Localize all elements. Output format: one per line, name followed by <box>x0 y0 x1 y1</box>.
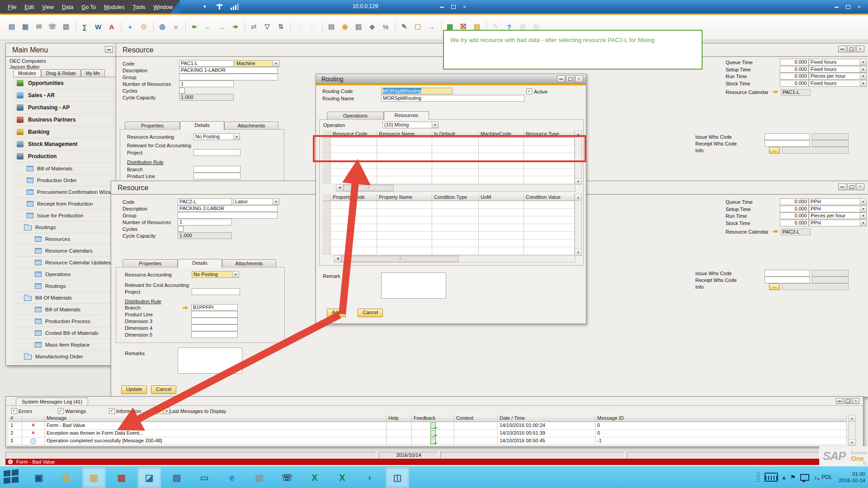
close-icon[interactable]: × <box>856 46 864 52</box>
system-messages-log-tab[interactable]: System Messages Log (41) <box>16 398 88 405</box>
table-row[interactable] <box>322 176 575 184</box>
menu-modules[interactable]: Modules <box>100 0 128 14</box>
sql-server-icon[interactable]: ▨ <box>165 467 189 488</box>
dimension-5-field[interactable] <box>191 331 238 338</box>
internet-explorer-icon[interactable]: e <box>220 467 244 488</box>
rate-value[interactable]: 0.000 <box>780 206 809 212</box>
export-excel-icon[interactable]: ∑ <box>79 21 90 32</box>
show-hidden-icons[interactable]: ▴ <box>783 474 786 481</box>
code-field[interactable]: PAC2-L <box>178 198 232 205</box>
sidebar-item-costed-bill-of-materials[interactable]: Costed Bill of Materials <box>13 327 116 339</box>
column-header-date-time[interactable]: Date / Time <box>498 415 595 422</box>
code-field[interactable]: PAC1-L <box>179 60 234 67</box>
scrollbar-thumb[interactable] <box>341 256 459 262</box>
routing-name-field[interactable]: MORSplitRouting <box>381 95 524 102</box>
restore-icon[interactable] <box>449 3 458 11</box>
gross-profit-icon[interactable]: % <box>380 21 391 32</box>
media-player-icon[interactable]: ◗ <box>358 467 382 488</box>
first-record-icon[interactable]: ↞ <box>189 21 200 32</box>
warnings-checkbox[interactable]: ✓ <box>58 408 64 414</box>
scroll-down-icon[interactable]: ▼ <box>849 439 855 446</box>
phone-icon[interactable]: ☏ <box>275 467 299 488</box>
tab-details[interactable]: Details <box>180 121 224 130</box>
information-checkbox[interactable]: ✓ <box>109 408 115 414</box>
notepad-icon[interactable]: ▤ <box>248 467 271 488</box>
minimize-icon[interactable] <box>838 46 846 52</box>
language-indicator[interactable]: POL <box>821 474 832 480</box>
rate-unit-dropdown[interactable]: Pieces per hour▼ <box>809 73 867 80</box>
chevron-down-icon[interactable]: ▾ <box>203 4 206 9</box>
resource-type-dropdown[interactable]: Machine▼ <box>235 60 279 67</box>
whs-code-field[interactable] <box>764 133 810 140</box>
table-row[interactable] <box>322 247 575 255</box>
link-document-icon[interactable]: □ <box>294 21 305 32</box>
rate-value[interactable]: 0.000 <box>780 80 809 87</box>
whs-code-field[interactable] <box>764 277 810 283</box>
errors-checkbox[interactable]: ✓ <box>11 408 17 414</box>
cycles-checkbox[interactable] <box>178 226 184 232</box>
sidebar-item-stock-management[interactable]: Stock Management <box>13 138 116 150</box>
sidebar-item-resource-calendar-updates[interactable]: Resource Calendar Updates <box>13 257 116 268</box>
filter-icon[interactable]: ▽ <box>262 21 273 32</box>
tab-details[interactable]: Details <box>178 259 222 267</box>
message-row[interactable]: 3iOperation completed successfully [Mess… <box>9 437 847 445</box>
menu-edit[interactable]: Edit <box>20 0 38 14</box>
sidebar-item-receipt-from-production[interactable]: Receipt from Production <box>13 198 116 210</box>
remarks-textarea[interactable] <box>178 347 242 374</box>
rate-unit-dropdown[interactable]: Fixed hours▼ <box>809 80 867 87</box>
maximize-icon[interactable] <box>844 3 852 11</box>
distribution-rule-label[interactable]: Distribution Rule <box>127 160 164 165</box>
message-row[interactable]: 2×Exception was thrown in Form Data Even… <box>9 430 847 437</box>
sidebar-item-bill-of-materials[interactable]: Bill of Materials <box>13 304 116 315</box>
dimension-4-field[interactable] <box>191 324 238 331</box>
operation-dropdown[interactable]: (10) Mixing▼ <box>382 122 439 128</box>
resources-table-scrollbar[interactable]: ▲ ▼ <box>575 131 582 185</box>
rate-unit-dropdown[interactable]: Fixed hours▼ <box>809 66 867 73</box>
rate-value[interactable]: 0.000 <box>780 73 809 80</box>
link-document-2-icon[interactable]: □ <box>307 21 318 32</box>
close-icon[interactable]: × <box>855 3 863 11</box>
add-button[interactable]: Add <box>327 309 346 317</box>
sidebar-item-opportunities[interactable]: Opportunities <box>13 77 116 89</box>
excel-icon[interactable]: X <box>303 467 326 488</box>
sidebar-item-inventory-transactions[interactable]: Inventory Transactions <box>13 362 116 364</box>
scroll-up-icon[interactable]: ▲ <box>575 194 581 201</box>
resource-accounting-dropdown[interactable]: No Posting▼ <box>192 271 239 278</box>
maximize-icon[interactable] <box>844 398 851 404</box>
minimize-icon[interactable] <box>832 3 841 11</box>
table-row[interactable] <box>322 209 575 216</box>
menu-tools[interactable]: Tools <box>128 0 149 14</box>
sidebar-item-routings[interactable]: Routings <box>13 221 116 233</box>
number-of-resources-field[interactable]: 1 <box>178 219 232 225</box>
branch-field[interactable]: B1PPFPI <box>191 304 238 311</box>
message-row[interactable]: 1×Form - Bad Value14/10/2016 01:00:240 <box>9 422 847 430</box>
routing-titlebar[interactable]: Routing × <box>316 74 586 84</box>
sidebar-item-business-partners[interactable]: Business Partners <box>13 114 116 126</box>
excel-2-icon[interactable]: X <box>330 467 354 488</box>
project-field[interactable] <box>193 149 241 156</box>
print-preview-icon[interactable]: ▤ <box>6 21 17 32</box>
scroll-up-icon[interactable]: ▲ <box>575 131 581 137</box>
column-header-resource-name[interactable]: Resource Name <box>377 131 432 138</box>
send-sms-icon[interactable]: ☏ <box>47 21 58 32</box>
close-icon[interactable]: × <box>575 75 583 82</box>
minimize-icon[interactable] <box>838 183 846 190</box>
rate-value[interactable]: 0.000 <box>780 212 809 219</box>
sidebar-item-procurement-confirmation-wizard[interactable]: Procurement Confirmation Wizard <box>13 186 116 198</box>
menu-file[interactable]: File <box>4 0 20 14</box>
whs-code-field[interactable] <box>764 270 810 277</box>
next-record-icon[interactable]: → <box>216 21 227 32</box>
browse-button[interactable]: ... <box>769 147 780 154</box>
rate-unit-dropdown[interactable]: Fixed hours▼ <box>809 59 867 66</box>
volume-muted-icon[interactable]: ♪× <box>814 474 817 481</box>
export-word-icon[interactable]: W <box>93 21 104 32</box>
sidebar-tab-modules[interactable]: Modules <box>13 69 41 77</box>
link-arrow-icon[interactable] <box>773 90 778 94</box>
close-icon[interactable]: × <box>460 3 469 11</box>
table-row[interactable] <box>322 161 575 169</box>
sidebar-tab-my-me[interactable]: My Me <box>81 69 105 77</box>
column-header-property-code[interactable]: Property Code <box>331 194 377 201</box>
anchor-icon[interactable]: ◆ <box>367 21 377 32</box>
sidebar-item-routings[interactable]: Routings <box>13 280 116 292</box>
tab-attachments[interactable]: Attachments <box>222 259 276 267</box>
